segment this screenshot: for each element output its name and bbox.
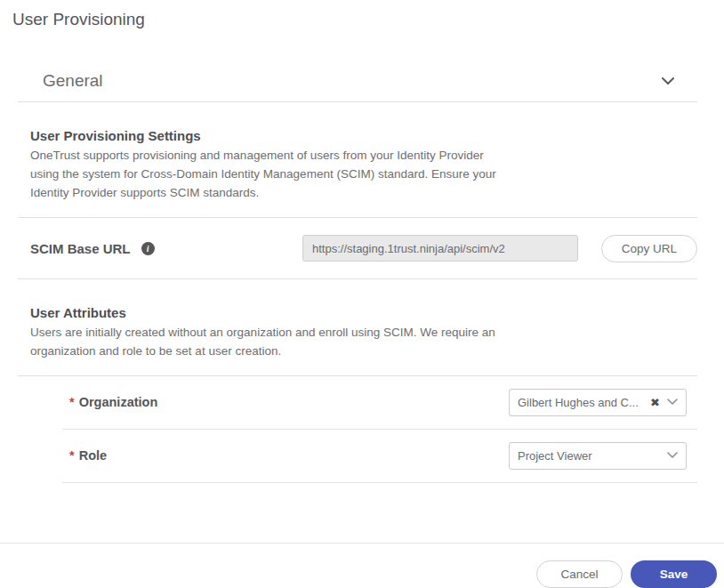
- chevron-down-icon[interactable]: [662, 77, 674, 85]
- content-spacer: [0, 483, 724, 543]
- role-select[interactable]: Project Viewer: [509, 442, 687, 470]
- role-label: *Role: [69, 448, 107, 463]
- chevron-down-icon[interactable]: [667, 399, 678, 406]
- provisioning-settings-heading: User Provisioning Settings: [30, 128, 697, 143]
- save-button[interactable]: Save: [631, 560, 717, 588]
- chevron-down-icon[interactable]: [667, 452, 678, 459]
- scim-base-url-label: SCIM Base URL: [30, 241, 131, 256]
- scim-base-url-input: [302, 235, 578, 262]
- page-title: User Provisioning: [0, 0, 724, 29]
- copy-url-button[interactable]: Copy URL: [601, 235, 697, 262]
- organization-label: *Organization: [69, 395, 157, 409]
- provisioning-settings-description: OneTrust supports provisioning and manag…: [30, 147, 511, 203]
- required-star: *: [69, 448, 75, 463]
- organization-select-value: Gilbert Hughes and C...: [518, 396, 647, 409]
- role-select-value: Project Viewer: [518, 449, 667, 463]
- section-general-header[interactable]: General: [43, 71, 674, 91]
- user-attributes-heading: User Attributes: [30, 305, 697, 320]
- user-attributes-description: Users are initially created without an o…: [30, 324, 511, 361]
- role-row: *Role Project Viewer: [69, 430, 687, 482]
- scim-base-url-row: SCIM Base URL i Copy URL: [30, 218, 697, 278]
- clear-icon[interactable]: ✖: [650, 397, 660, 408]
- organization-row: *Organization Gilbert Hughes and C... ✖: [69, 376, 687, 429]
- info-icon[interactable]: i: [141, 242, 155, 255]
- organization-select[interactable]: Gilbert Hughes and C... ✖: [509, 389, 687, 416]
- footer-actions: Cancel Save: [0, 543, 724, 588]
- section-general-title: General: [43, 71, 103, 91]
- cancel-button[interactable]: Cancel: [536, 560, 623, 588]
- required-star: *: [69, 395, 75, 409]
